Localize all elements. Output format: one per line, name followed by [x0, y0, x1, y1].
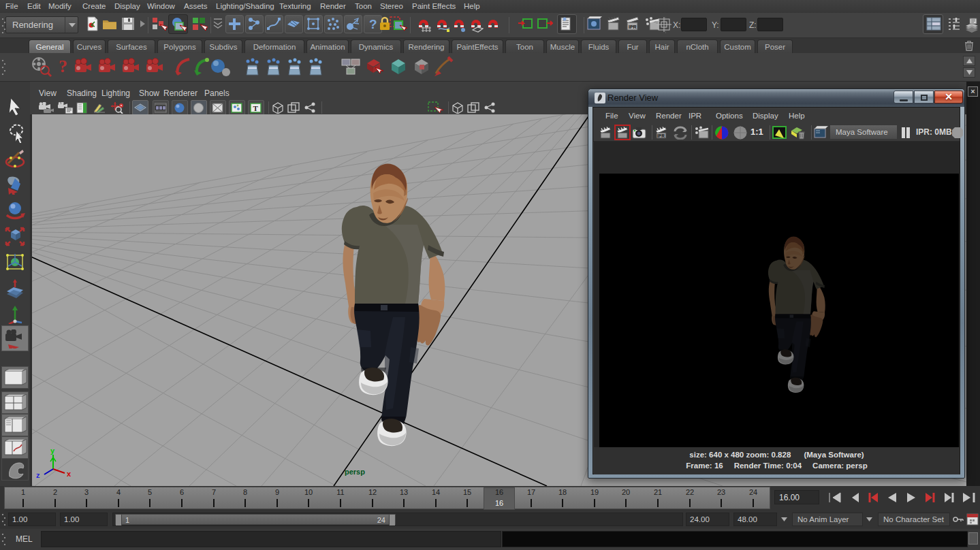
svg-text:T: T: [253, 104, 259, 112]
svg-text:y: y: [50, 447, 55, 455]
svg-text:x: x: [67, 470, 72, 478]
svg-text:IPR: IPR: [657, 133, 665, 138]
svg-text:?: ?: [369, 17, 377, 31]
svg-text:IPR: IPR: [629, 25, 637, 29]
svg-text:?: ?: [59, 56, 67, 76]
svg-text:z: z: [36, 471, 40, 479]
